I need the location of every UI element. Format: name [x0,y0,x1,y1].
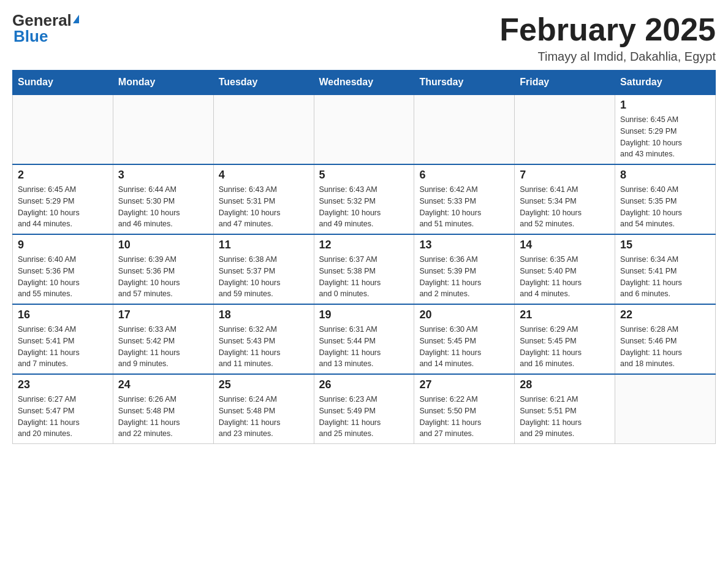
calendar-cell: 15Sunrise: 6:34 AM Sunset: 5:41 PM Dayli… [615,234,716,304]
day-number: 16 [18,308,108,321]
calendar-cell: 28Sunrise: 6:21 AM Sunset: 5:51 PM Dayli… [515,374,615,444]
logo-triangle-icon [73,15,79,23]
day-number: 24 [118,378,208,391]
calendar-cell: 11Sunrise: 6:38 AM Sunset: 5:37 PM Dayli… [213,234,314,304]
calendar-cell: 16Sunrise: 6:34 AM Sunset: 5:41 PM Dayli… [13,304,113,374]
calendar-cell: 23Sunrise: 6:27 AM Sunset: 5:47 PM Dayli… [13,374,113,444]
calendar-table: SundayMondayTuesdayWednesdayThursdayFrid… [12,70,716,444]
calendar-cell: 4Sunrise: 6:43 AM Sunset: 5:31 PM Daylig… [213,164,314,234]
calendar-cell: 14Sunrise: 6:35 AM Sunset: 5:40 PM Dayli… [515,234,615,304]
day-header-tuesday: Tuesday [213,71,314,95]
day-info: Sunrise: 6:38 AM Sunset: 5:37 PM Dayligh… [219,254,309,300]
day-info: Sunrise: 6:40 AM Sunset: 5:35 PM Dayligh… [620,184,710,230]
day-info: Sunrise: 6:36 AM Sunset: 5:39 PM Dayligh… [419,254,509,300]
day-number: 13 [419,239,509,251]
calendar-cell [414,94,515,164]
calendar-cell: 2Sunrise: 6:45 AM Sunset: 5:29 PM Daylig… [13,164,113,234]
day-number: 25 [219,378,309,391]
day-number: 4 [219,169,309,182]
logo-general-text: General [12,12,79,28]
day-info: Sunrise: 6:31 AM Sunset: 5:44 PM Dayligh… [319,324,409,370]
day-info: Sunrise: 6:43 AM Sunset: 5:31 PM Dayligh… [219,184,309,230]
day-number: 22 [620,308,710,321]
day-header-wednesday: Wednesday [314,71,414,95]
day-number: 3 [118,169,208,182]
calendar-cell: 20Sunrise: 6:30 AM Sunset: 5:45 PM Dayli… [414,304,515,374]
calendar-cell: 21Sunrise: 6:29 AM Sunset: 5:45 PM Dayli… [515,304,615,374]
day-header-thursday: Thursday [414,71,515,95]
day-header-friday: Friday [515,71,615,95]
day-number: 6 [419,169,509,182]
day-info: Sunrise: 6:41 AM Sunset: 5:34 PM Dayligh… [520,184,610,230]
day-info: Sunrise: 6:28 AM Sunset: 5:46 PM Dayligh… [620,324,710,370]
logo-blue-text: Blue [13,28,48,44]
day-info: Sunrise: 6:44 AM Sunset: 5:30 PM Dayligh… [118,184,208,230]
day-info: Sunrise: 6:33 AM Sunset: 5:42 PM Dayligh… [118,324,208,370]
day-number: 12 [319,239,409,251]
day-number: 21 [520,308,610,321]
calendar-cell [615,374,716,444]
day-info: Sunrise: 6:32 AM Sunset: 5:43 PM Dayligh… [219,324,309,370]
day-info: Sunrise: 6:34 AM Sunset: 5:41 PM Dayligh… [620,254,710,300]
day-number: 9 [18,239,108,251]
day-info: Sunrise: 6:27 AM Sunset: 5:47 PM Dayligh… [18,394,108,440]
calendar-cell [13,94,113,164]
day-number: 23 [18,378,108,391]
month-title: February 2025 [499,12,716,47]
day-number: 10 [118,239,208,251]
calendar-cell [314,94,414,164]
day-info: Sunrise: 6:34 AM Sunset: 5:41 PM Dayligh… [18,324,108,370]
calendar-cell: 27Sunrise: 6:22 AM Sunset: 5:50 PM Dayli… [414,374,515,444]
calendar-cell: 3Sunrise: 6:44 AM Sunset: 5:30 PM Daylig… [113,164,213,234]
day-header-sunday: Sunday [13,71,113,95]
day-info: Sunrise: 6:45 AM Sunset: 5:29 PM Dayligh… [18,184,108,230]
calendar-cell: 22Sunrise: 6:28 AM Sunset: 5:46 PM Dayli… [615,304,716,374]
calendar-cell [213,94,314,164]
calendar-cell: 9Sunrise: 6:40 AM Sunset: 5:36 PM Daylig… [13,234,113,304]
day-info: Sunrise: 6:24 AM Sunset: 5:48 PM Dayligh… [219,394,309,440]
day-number: 14 [520,239,610,251]
day-number: 11 [219,239,309,251]
calendar-week-row: 9Sunrise: 6:40 AM Sunset: 5:36 PM Daylig… [13,234,716,304]
day-header-monday: Monday [113,71,213,95]
calendar-cell: 26Sunrise: 6:23 AM Sunset: 5:49 PM Dayli… [314,374,414,444]
calendar-cell: 10Sunrise: 6:39 AM Sunset: 5:36 PM Dayli… [113,234,213,304]
page-header: General Blue February 2025 Timayy al Imd… [12,12,716,64]
day-number: 19 [319,308,409,321]
day-number: 15 [620,239,710,251]
calendar-cell: 13Sunrise: 6:36 AM Sunset: 5:39 PM Dayli… [414,234,515,304]
calendar-cell: 12Sunrise: 6:37 AM Sunset: 5:38 PM Dayli… [314,234,414,304]
day-number: 20 [419,308,509,321]
day-number: 28 [520,378,610,391]
calendar-week-row: 2Sunrise: 6:45 AM Sunset: 5:29 PM Daylig… [13,164,716,234]
calendar-cell: 7Sunrise: 6:41 AM Sunset: 5:34 PM Daylig… [515,164,615,234]
day-info: Sunrise: 6:26 AM Sunset: 5:48 PM Dayligh… [118,394,208,440]
day-number: 8 [620,169,710,182]
day-info: Sunrise: 6:22 AM Sunset: 5:50 PM Dayligh… [419,394,509,440]
day-info: Sunrise: 6:43 AM Sunset: 5:32 PM Dayligh… [319,184,409,230]
day-info: Sunrise: 6:35 AM Sunset: 5:40 PM Dayligh… [520,254,610,300]
calendar-cell: 19Sunrise: 6:31 AM Sunset: 5:44 PM Dayli… [314,304,414,374]
calendar-cell: 8Sunrise: 6:40 AM Sunset: 5:35 PM Daylig… [615,164,716,234]
day-info: Sunrise: 6:42 AM Sunset: 5:33 PM Dayligh… [419,184,509,230]
day-number: 2 [18,169,108,182]
title-area: February 2025 Timayy al Imdid, Dakahlia,… [499,12,716,64]
day-number: 26 [319,378,409,391]
day-info: Sunrise: 6:29 AM Sunset: 5:45 PM Dayligh… [520,324,610,370]
calendar-cell: 24Sunrise: 6:26 AM Sunset: 5:48 PM Dayli… [113,374,213,444]
day-number: 1 [620,99,710,112]
calendar-cell: 25Sunrise: 6:24 AM Sunset: 5:48 PM Dayli… [213,374,314,444]
calendar-cell [515,94,615,164]
day-info: Sunrise: 6:21 AM Sunset: 5:51 PM Dayligh… [520,394,610,440]
calendar-week-row: 16Sunrise: 6:34 AM Sunset: 5:41 PM Dayli… [13,304,716,374]
logo: General Blue [12,12,79,44]
calendar-week-row: 23Sunrise: 6:27 AM Sunset: 5:47 PM Dayli… [13,374,716,444]
day-info: Sunrise: 6:40 AM Sunset: 5:36 PM Dayligh… [18,254,108,300]
day-info: Sunrise: 6:23 AM Sunset: 5:49 PM Dayligh… [319,394,409,440]
day-info: Sunrise: 6:45 AM Sunset: 5:29 PM Dayligh… [620,114,710,160]
calendar-cell: 1Sunrise: 6:45 AM Sunset: 5:29 PM Daylig… [615,94,716,164]
day-info: Sunrise: 6:39 AM Sunset: 5:36 PM Dayligh… [118,254,208,300]
calendar-week-row: 1Sunrise: 6:45 AM Sunset: 5:29 PM Daylig… [13,94,716,164]
day-number: 5 [319,169,409,182]
calendar-cell: 17Sunrise: 6:33 AM Sunset: 5:42 PM Dayli… [113,304,213,374]
